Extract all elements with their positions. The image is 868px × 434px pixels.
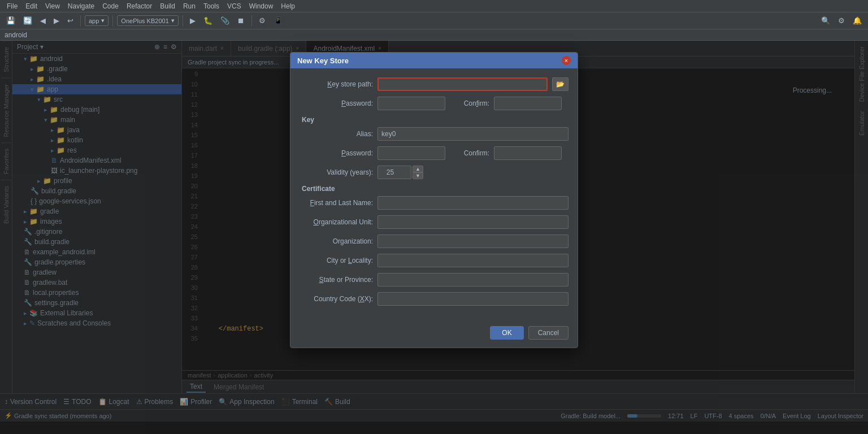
first-last-name-row: First and Last Name: xyxy=(300,196,568,210)
dialog-title: New Key Store xyxy=(297,57,349,65)
city-input[interactable] xyxy=(377,254,568,267)
key-confirm-label: Confirm: xyxy=(450,149,489,157)
menu-help[interactable]: Help xyxy=(277,1,298,11)
first-last-name-input[interactable] xyxy=(377,196,568,210)
key-password-input[interactable] xyxy=(377,146,445,160)
new-key-store-dialog: New Key Store × Key store path: 📂 Passwo… xyxy=(290,52,578,348)
keystore-path-row: Key store path: 📂 xyxy=(300,77,568,91)
city-label: City or Locality: xyxy=(300,257,373,264)
menu-refactor[interactable]: Refactor xyxy=(123,1,155,11)
validity-down-btn[interactable]: ▼ xyxy=(413,172,423,179)
app-label: app xyxy=(89,18,99,24)
org-unit-row: Organizational Unit: xyxy=(300,215,568,229)
alias-input[interactable] xyxy=(377,127,568,141)
state-row: State or Province: xyxy=(300,273,568,287)
chevron-down-icon: ▾ xyxy=(101,17,105,24)
org-unit-input[interactable] xyxy=(377,215,568,229)
cancel-button[interactable]: Cancel xyxy=(528,326,568,340)
confirm-input[interactable] xyxy=(494,97,562,110)
project-title: android xyxy=(5,31,27,39)
dialog-title-bar: New Key Store × xyxy=(290,53,578,68)
alias-row: Alias: xyxy=(300,127,568,141)
validity-spinner: ▲ ▼ xyxy=(377,166,423,179)
key-section-header: Key xyxy=(300,116,568,124)
dialog-close-button[interactable]: × xyxy=(562,56,571,65)
validity-row: Validity (years): ▲ ▼ xyxy=(300,166,568,179)
organization-input[interactable] xyxy=(377,235,568,248)
toolbar-sep3 xyxy=(183,15,183,27)
toolbar-save-btn[interactable]: 💾 xyxy=(3,15,18,26)
password-row: Password: Confirm: xyxy=(300,97,568,110)
keystore-path-input[interactable] xyxy=(377,77,548,91)
toolbar-sep2 xyxy=(112,15,113,27)
state-input[interactable] xyxy=(377,273,568,287)
dialog-body: Key store path: 📂 Password: Confirm: Key… xyxy=(290,68,578,320)
validity-label: Validity (years): xyxy=(300,168,373,176)
stop-btn[interactable]: ⏹ xyxy=(235,15,248,26)
toolbar-sep4 xyxy=(251,15,252,27)
state-label: State or Province: xyxy=(300,276,373,284)
chevron-down-icon2: ▾ xyxy=(171,17,175,24)
org-unit-label: Organizational Unit: xyxy=(300,218,373,226)
search-btn[interactable]: 🔍 xyxy=(818,15,833,26)
certificate-section-header: Certificate xyxy=(300,185,568,193)
device-label: OnePlus KB2001 xyxy=(121,18,168,24)
menu-vcs[interactable]: VCS xyxy=(224,1,245,11)
country-code-input[interactable] xyxy=(377,292,568,306)
country-label: Country Code (XX): xyxy=(300,295,373,303)
validity-up-btn[interactable]: ▲ xyxy=(413,166,423,172)
alias-label: Alias: xyxy=(300,130,373,138)
password-input[interactable] xyxy=(377,97,445,110)
menu-run[interactable]: Run xyxy=(180,1,199,11)
menu-bar: File Edit View Navigate Code Refactor Bu… xyxy=(0,0,868,12)
password-label: Password: xyxy=(300,99,373,107)
validity-input[interactable] xyxy=(377,166,411,179)
dialog-overlay: New Key Store × Key store path: 📂 Passwo… xyxy=(0,41,868,434)
key-password-row: Password: Confirm: xyxy=(300,146,568,160)
updates-btn[interactable]: 🔔 xyxy=(850,15,865,26)
device-selector[interactable]: OnePlus KB2001 ▾ xyxy=(117,15,178,26)
menu-window[interactable]: Window xyxy=(246,1,277,11)
toolbar-sync-btn[interactable]: 🔄 xyxy=(20,15,35,26)
confirm-label: Confirm: xyxy=(450,99,489,107)
menu-file[interactable]: File xyxy=(3,1,21,11)
spinner-controls: ▲ ▼ xyxy=(413,166,423,179)
debug-btn[interactable]: 🐛 xyxy=(201,15,215,26)
folder-open-icon: 📂 xyxy=(556,80,565,88)
menu-view[interactable]: View xyxy=(42,1,63,11)
city-row: City or Locality: xyxy=(300,254,568,267)
country-row: Country Code (XX): xyxy=(300,292,568,306)
toolbar: 💾 🔄 ◀ ▶ ↩ app ▾ OnePlus KB2001 ▾ ▶ 🐛 📎 ⏹… xyxy=(0,12,868,29)
project-bar: android xyxy=(0,29,868,41)
browse-button[interactable]: 📂 xyxy=(552,77,568,91)
dialog-footer: OK Cancel xyxy=(290,320,578,348)
run-btn[interactable]: ▶ xyxy=(187,15,198,26)
attach-btn[interactable]: 📎 xyxy=(218,15,232,26)
menu-edit[interactable]: Edit xyxy=(22,1,41,11)
app-selector[interactable]: app ▾ xyxy=(85,15,108,26)
key-password-label: Password: xyxy=(300,149,373,157)
organization-label: Organization: xyxy=(300,237,373,245)
first-last-name-label: First and Last Name: xyxy=(300,199,373,207)
organization-row: Organization: xyxy=(300,235,568,248)
keystore-path-label: Key store path: xyxy=(300,80,373,88)
toolbar-undo-btn[interactable]: ↩ xyxy=(64,15,76,26)
toolbar-forward-btn[interactable]: ▶ xyxy=(51,15,62,26)
menu-code[interactable]: Code xyxy=(99,1,122,11)
sdk-manager-btn[interactable]: ⚙ xyxy=(256,15,268,26)
avd-manager-btn[interactable]: 📱 xyxy=(271,15,285,26)
menu-navigate[interactable]: Navigate xyxy=(64,1,98,11)
settings-btn[interactable]: ⚙ xyxy=(835,15,848,26)
menu-tools[interactable]: Tools xyxy=(200,1,223,11)
toolbar-sep1 xyxy=(80,15,81,27)
ok-button[interactable]: OK xyxy=(490,326,523,340)
key-confirm-input[interactable] xyxy=(494,146,562,160)
menu-build[interactable]: Build xyxy=(157,1,179,11)
toolbar-back-btn[interactable]: ◀ xyxy=(37,15,49,26)
